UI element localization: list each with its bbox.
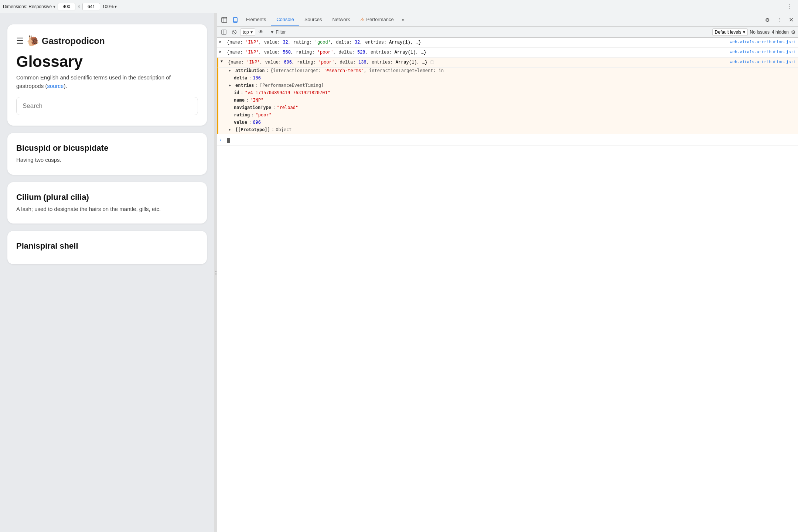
devtools-tabs: Elements Console Sources Network ⚠ Perfo… <box>241 13 762 26</box>
prop-delta: delta: 136 <box>218 75 798 82</box>
devtools-pane: Elements Console Sources Network ⚠ Perfo… <box>217 13 798 532</box>
devtools-settings-button[interactable]: ⚙ <box>762 14 773 25</box>
term-title-bicuspid: Bicuspid or bicuspidate <box>16 143 198 153</box>
tab-elements[interactable]: Elements <box>241 13 271 26</box>
site-logo: 🐌 Gastropodicon <box>27 35 105 47</box>
site-header: ☰ 🐌 Gastropodicon <box>16 35 198 47</box>
page-content: ☰ 🐌 Gastropodicon Glossary Common Englis… <box>0 13 214 532</box>
prop-prototype: ▶ [[Prototype]]: Object <box>218 127 798 134</box>
console-sidebar-button[interactable] <box>219 28 228 37</box>
devtools-close-button[interactable]: ✕ <box>785 14 797 25</box>
no-issues-badge: No Issues <box>750 30 770 35</box>
glossary-header-card: ☰ 🐌 Gastropodicon Glossary Common Englis… <box>7 24 207 126</box>
svg-line-8 <box>233 31 236 34</box>
snail-icon: 🐌 <box>27 35 40 47</box>
log-link-2[interactable]: web-vitals.attribution.js:1 <box>730 49 796 55</box>
more-options-button[interactable]: ⋮ <box>785 1 795 12</box>
resize-dots <box>215 271 216 274</box>
svg-rect-3 <box>233 17 237 23</box>
term-title-cilium: Cilium (plural cilia) <box>16 192 198 202</box>
console-cursor <box>227 138 230 143</box>
console-input-row: › <box>217 136 798 146</box>
toggle-arrow-3[interactable]: ▼ <box>221 59 226 64</box>
prop-id: id: "v4-1715704899419-7631921820701" <box>218 90 798 97</box>
toggle-arrow-1[interactable]: ▶ <box>219 40 225 44</box>
source-link[interactable]: source <box>47 83 64 89</box>
term-def-cilium: A lash; used to designate the hairs on t… <box>16 205 198 214</box>
devtools-device-button[interactable] <box>230 14 241 25</box>
term-card-cilium: Cilium (plural cilia) A lash; used to de… <box>7 182 207 224</box>
main-layout: ☰ 🐌 Gastropodicon Glossary Common Englis… <box>0 13 798 532</box>
term-card-planispiral: Planispiral shell <box>7 231 207 264</box>
log-content-1: web-vitals.attribution.js:1 {name: 'INP'… <box>227 39 796 46</box>
toolbar-left: Dimensions: Responsive ▾ × 100% ▾ <box>3 3 782 10</box>
tab-console[interactable]: Console <box>271 13 299 26</box>
dimensions-label: Dimensions: Responsive ▾ <box>3 4 55 9</box>
console-clear-button[interactable] <box>230 28 239 37</box>
console-input-area <box>227 137 796 144</box>
console-settings-icon[interactable]: ⚙ <box>791 29 796 35</box>
devtools-inspect-button[interactable] <box>219 14 230 25</box>
log-entry-1: ▶ web-vitals.attribution.js:1 {name: 'IN… <box>217 38 798 48</box>
devtools-topbar: Elements Console Sources Network ⚠ Perfo… <box>217 13 798 27</box>
toggle-arrow-2[interactable]: ▶ <box>219 50 225 54</box>
search-input[interactable] <box>16 97 198 115</box>
svg-rect-5 <box>222 30 226 34</box>
tab-network[interactable]: Network <box>327 13 355 26</box>
devtools-topbar-actions: ⚙ ⋮ ✕ <box>762 14 797 25</box>
toggle-entries-arrow[interactable]: ▶ <box>229 83 234 87</box>
prop-navigation-type: navigationType: "reload" <box>218 105 798 112</box>
tab-more[interactable]: » <box>399 13 407 26</box>
glossary-description: Common English and scientific terms used… <box>16 74 198 90</box>
tab-sources[interactable]: Sources <box>299 13 327 26</box>
browser-pane: ☰ 🐌 Gastropodicon Glossary Common Englis… <box>0 13 214 532</box>
svg-rect-0 <box>222 17 227 23</box>
resize-handle[interactable] <box>214 13 217 532</box>
log-link-1[interactable]: web-vitals.attribution.js:1 <box>730 39 796 45</box>
console-log: ▶ web-vitals.attribution.js:1 {name: 'IN… <box>217 38 798 532</box>
prop-rating: rating: "poor" <box>218 112 798 119</box>
prop-value: value: 696 <box>218 119 798 127</box>
filter-icon: ▼ <box>270 30 274 35</box>
log-content-2: web-vitals.attribution.js:1 {name: 'INP'… <box>227 49 796 56</box>
browser-toolbar: Dimensions: Responsive ▾ × 100% ▾ ⋮ <box>0 0 798 13</box>
levels-select[interactable]: Default levels ▾ <box>712 28 748 36</box>
toolbar-right: ⋮ <box>785 1 795 12</box>
width-input[interactable] <box>58 3 75 10</box>
hamburger-icon[interactable]: ☰ <box>16 36 24 46</box>
tab-performance[interactable]: ⚠ Performance <box>355 13 399 26</box>
prop-entries: ▶ entries: [PerformanceEventTiming] <box>218 82 798 90</box>
log-entry-3: ▼ web-vitals.attribution.js:1 {name: 'IN… <box>217 58 798 68</box>
term-card-bicuspid: Bicuspid or bicuspidate Having two cusps… <box>7 133 207 175</box>
zoom-button[interactable]: 100% ▾ <box>102 4 117 9</box>
log-entry-3-expanded: ▶ attribution: {interactionTarget: '#sea… <box>217 68 798 134</box>
console-toolbar-right: Default levels ▾ No Issues 4 hidden ⚙ <box>712 28 796 36</box>
console-toolbar: top ▾ 👁 ▼ Filter Default levels ▾ No Iss… <box>217 27 798 38</box>
prop-attribution: ▶ attribution: {interactionTarget: '#sea… <box>218 68 798 75</box>
log-link-3[interactable]: web-vitals.attribution.js:1 <box>730 59 796 65</box>
log-content-3: web-vitals.attribution.js:1 {name: 'INP'… <box>228 59 796 66</box>
glossary-title: Glossary <box>16 53 198 71</box>
term-title-planispiral: Planispiral shell <box>16 241 198 251</box>
filter-button[interactable]: ▼ Filter <box>267 29 289 35</box>
log-entry-3-container: ▼ web-vitals.attribution.js:1 {name: 'IN… <box>217 58 798 134</box>
devtools-more-button[interactable]: ⋮ <box>774 14 785 25</box>
height-input[interactable] <box>82 3 100 10</box>
toggle-prototype-arrow[interactable]: ▶ <box>229 127 234 132</box>
context-selector[interactable]: top ▾ <box>240 28 255 36</box>
console-prompt-icon: › <box>219 137 225 143</box>
dimension-separator: × <box>78 4 80 9</box>
hidden-count-badge: 4 hidden <box>772 30 789 35</box>
console-eye-button[interactable]: 👁 <box>257 28 266 37</box>
toggle-attribution-arrow[interactable]: ▶ <box>229 68 234 72</box>
prop-name: name: "INP" <box>218 97 798 105</box>
term-def-bicuspid: Having two cusps. <box>16 156 198 164</box>
log-entry-2: ▶ web-vitals.attribution.js:1 {name: 'IN… <box>217 48 798 58</box>
